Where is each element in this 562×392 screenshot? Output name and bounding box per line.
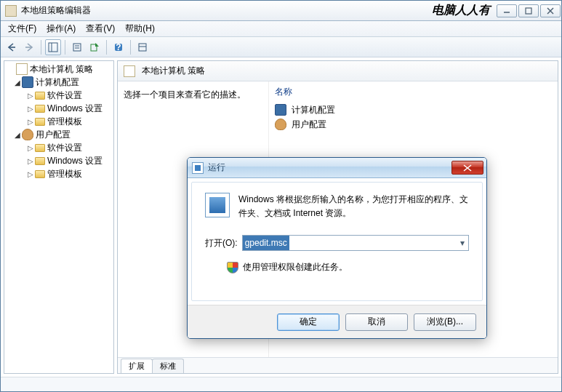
brand-text: 电脑人人有 — [432, 3, 490, 18]
properties-button[interactable] — [69, 39, 85, 55]
svg-text:?: ? — [116, 42, 121, 52]
status-bar — [1, 377, 561, 391]
dialog-titlebar: 运行 — [188, 158, 486, 178]
tree-windows-settings[interactable]: ▷Windows 设置 — [4, 154, 113, 167]
titlebar: 本地组策略编辑器 电脑人人有 — [1, 1, 561, 21]
tree-label: 本地计算机 策略 — [30, 63, 93, 76]
detail-header: 本地计算机 策略 — [118, 61, 558, 81]
chevron-down-icon[interactable]: ▾ — [457, 237, 467, 249]
user-icon — [275, 119, 286, 130]
tree-windows-settings[interactable]: ▷Windows 设置 — [4, 102, 113, 115]
detail-prompt: 选择一个项目来查看它的描述。 — [124, 89, 262, 101]
list-label: 用户配置 — [292, 119, 326, 131]
run-app-icon — [205, 193, 230, 217]
menu-view[interactable]: 查看(V) — [81, 21, 119, 36]
list-item[interactable]: 用户配置 — [275, 117, 552, 132]
column-header-name[interactable]: 名称 — [275, 86, 552, 98]
dialog-footer: 确定 取消 浏览(B)... — [188, 305, 486, 338]
browse-button[interactable]: 浏览(B)... — [414, 313, 476, 331]
computer-icon — [275, 104, 286, 116]
filter-button[interactable] — [135, 39, 150, 55]
cancel-button[interactable]: 取消 — [345, 313, 408, 331]
tree-software-settings[interactable]: ▷软件设置 — [4, 141, 113, 154]
tree-label: 管理模板 — [47, 116, 82, 128]
tree-admin-templates[interactable]: ▷管理模板 — [4, 115, 113, 128]
svg-rect-6 — [49, 43, 57, 52]
tab-standard[interactable]: 标准 — [152, 359, 184, 373]
tree-label: Windows 设置 — [47, 103, 103, 115]
dialog-title: 运行 — [208, 161, 451, 174]
shield-icon — [227, 262, 238, 273]
doc-icon — [124, 65, 135, 77]
open-input[interactable] — [242, 235, 469, 251]
tree-label: 软件设置 — [47, 89, 82, 102]
tab-extended[interactable]: 扩展 — [121, 359, 153, 373]
list-label: 计算机配置 — [292, 104, 335, 116]
open-combobox[interactable]: gpedit.msc ▾ — [242, 235, 469, 251]
tree-user-config[interactable]: ◢用户配置 — [4, 128, 113, 141]
svg-rect-14 — [139, 44, 146, 51]
export-button[interactable] — [87, 39, 103, 55]
run-description: Windows 将根据您所输入的名称，为您打开相应的程序、文件夹、文档或 Int… — [238, 193, 469, 220]
run-dialog: 运行 Windows 将根据您所输入的名称，为您打开相应的程序、文件夹、文档或 … — [187, 157, 487, 339]
detail-title: 本地计算机 策略 — [142, 65, 205, 77]
tree-computer-config[interactable]: ◢计算机配置 — [4, 76, 113, 89]
back-button[interactable] — [4, 39, 20, 55]
open-label: 打开(O): — [205, 237, 238, 249]
tree-label: 用户配置 — [36, 129, 71, 141]
maximize-button[interactable] — [518, 4, 539, 17]
menu-help[interactable]: 帮助(H) — [121, 21, 159, 36]
toolbar: ? — [1, 37, 561, 57]
help-button[interactable]: ? — [111, 39, 127, 55]
tree-label: Windows 设置 — [47, 155, 103, 167]
dialog-close-button[interactable] — [451, 161, 483, 175]
tree-label: 管理模板 — [47, 168, 82, 180]
tab-strip: 扩展 标准 — [118, 357, 558, 373]
svg-rect-8 — [73, 44, 81, 51]
tree-root[interactable]: 本地计算机 策略 — [4, 63, 113, 76]
menubar: 文件(F) 操作(A) 查看(V) 帮助(H) — [1, 21, 561, 37]
tree-admin-templates[interactable]: ▷管理模板 — [4, 167, 113, 180]
forward-button[interactable] — [21, 39, 37, 55]
menu-action[interactable]: 操作(A) — [42, 21, 80, 36]
minimize-button[interactable] — [497, 4, 517, 17]
list-item[interactable]: 计算机配置 — [275, 103, 552, 117]
show-tree-button[interactable] — [45, 39, 61, 55]
window-title: 本地组策略编辑器 — [21, 4, 91, 17]
tree-pane[interactable]: 本地计算机 策略 ◢计算机配置 ▷软件设置 ▷Windows 设置 ▷管理模板 … — [4, 60, 114, 374]
admin-note: 使用管理权限创建此任务。 — [243, 261, 348, 273]
close-button[interactable] — [540, 4, 561, 17]
ok-button[interactable]: 确定 — [277, 313, 340, 331]
svg-rect-1 — [526, 8, 531, 14]
tree-label: 软件设置 — [47, 142, 82, 154]
tree-software-settings[interactable]: ▷软件设置 — [4, 89, 113, 102]
run-icon — [192, 162, 204, 174]
tree-label: 计算机配置 — [36, 76, 79, 89]
menu-file[interactable]: 文件(F) — [4, 21, 41, 36]
app-icon — [5, 5, 17, 17]
